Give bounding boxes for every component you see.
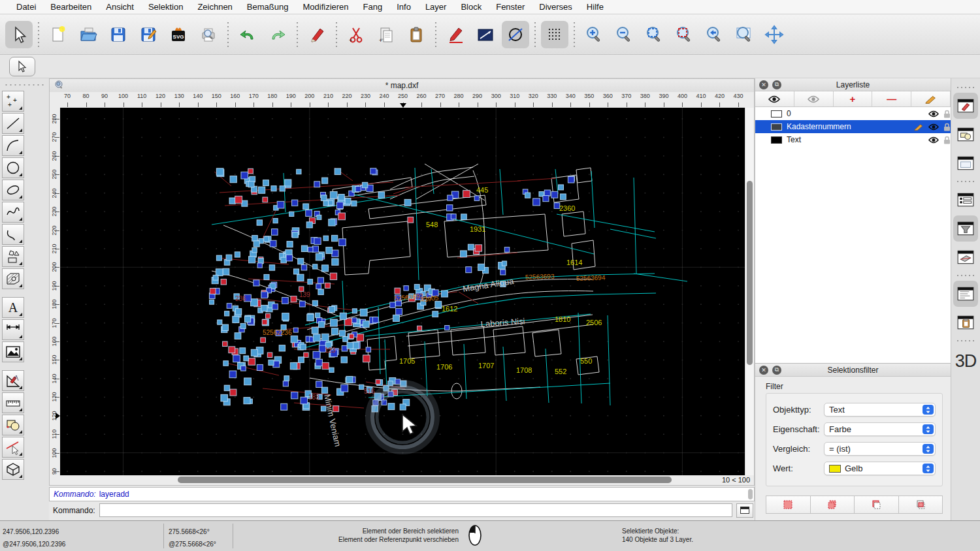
layer-visibility-icon[interactable] [928,110,939,118]
vertical-scrollbar-thumb[interactable] [747,181,753,365]
selection-tool-button[interactable] [9,57,35,76]
layer-row-text[interactable]: Text [755,133,951,146]
palette-drag-handle[interactable] [3,82,46,87]
remove-layer-button[interactable]: — [872,91,911,106]
redo-button[interactable] [264,21,291,48]
undo-button[interactable] [234,21,261,48]
layer-visibility-icon[interactable] [928,136,939,144]
edit-pencil-button[interactable] [303,21,331,48]
tool-boolean-button[interactable] [2,415,24,435]
save-as-button[interactable] [135,21,162,48]
draft-mode-button[interactable] [502,21,529,48]
menu-item-bearbeiten[interactable]: Bearbeiten [43,0,99,14]
hide-all-layers-button[interactable] [794,91,834,106]
panel-clipboard-toggle-button[interactable] [953,309,978,336]
new-file-button[interactable] [44,21,72,48]
command-options-button[interactable] [736,503,753,518]
filter-dropdown-vergleich[interactable]: = (ist) [824,442,936,456]
add-layer-button[interactable]: + [834,91,873,106]
menu-item-hilfe[interactable]: Hilfe [580,0,611,14]
tool-spline-button[interactable] [2,202,24,223]
panel-library-browser-toggle-button[interactable] [953,150,978,176]
zoom-window-button[interactable] [730,21,758,48]
pan-button[interactable] [760,21,788,48]
tool-trim-button[interactable] [2,437,24,458]
tool-modify-button[interactable] [2,370,24,391]
tool-text-button[interactable]: A [2,297,24,318]
menu-item-fenster[interactable]: Fenster [489,0,532,14]
panel-layer-list-toggle-button[interactable] [953,187,978,213]
layer-panel-close-button[interactable]: ✕ [759,80,768,89]
panel-wall-tool-toggle-button[interactable] [953,244,978,270]
line-settings-button[interactable] [472,21,499,48]
filter-dropdown-wert[interactable]: Gelb [824,462,936,475]
save-button[interactable] [105,21,132,48]
panel-selection-filter-toggle-button[interactable] [953,215,978,242]
filter-dropdown-eigenschaft[interactable]: Farbe [824,422,936,436]
zoom-out-button[interactable] [610,21,638,48]
command-input[interactable] [99,503,732,517]
menu-item-ansicht[interactable]: Ansicht [99,0,141,14]
svg-export-button[interactable]: SVG [165,21,192,48]
tool-dimension-button[interactable] [2,319,24,340]
select-remove-button[interactable] [855,496,899,513]
tool-circle-button[interactable] [2,157,24,178]
menu-item-fang[interactable]: Fang [356,0,390,14]
panel-block-list-toggle-button[interactable] [953,121,978,148]
tool-image-button[interactable] [2,341,24,362]
menu-item-zeichnen[interactable]: Zeichnen [190,0,239,14]
tool-polyline-button[interactable] [2,224,24,245]
layer-lock-icon[interactable] [943,110,951,118]
menu-item-selektion[interactable]: Selektion [141,0,190,14]
zoom-selection-button[interactable] [670,21,698,48]
layer-row-0[interactable]: 0 [755,107,951,120]
zoom-previous-button[interactable] [700,21,728,48]
show-all-layers-button[interactable] [755,91,794,106]
paste-button[interactable] [402,21,430,48]
menu-item-bemaßung[interactable]: Bemaßung [240,0,296,14]
filter-panel-close-button[interactable]: ✕ [759,366,768,375]
menu-item-block[interactable]: Block [453,0,489,14]
edit-layer-button[interactable] [911,91,951,106]
layer-visibility-icon[interactable] [928,123,939,131]
select-arrow-button[interactable] [5,21,33,48]
layer-row-kadasternummern[interactable]: Kadasternummern [755,120,951,133]
vertical-scrollbar[interactable] [745,108,754,475]
tool-shape-button[interactable] [2,246,24,267]
cut-button[interactable]: + [342,21,370,48]
panel-command-line-toggle-button[interactable] [953,281,978,307]
menu-item-layer[interactable]: Layer [418,0,454,14]
open-file-button[interactable] [74,21,102,48]
filter-dropdown-objekttyp[interactable]: Text [824,403,936,417]
zoom-in-button[interactable] [580,21,608,48]
grid-toggle-button[interactable] [541,21,568,48]
copy-button[interactable]: + [372,21,400,48]
horizontal-scrollbar[interactable]: 10 < 100 [49,475,755,486]
tool-hatch-button[interactable] [2,268,24,289]
print-preview-button[interactable] [195,21,222,48]
horizontal-scrollbar-thumb[interactable] [178,477,672,483]
menu-item-modifizieren[interactable]: Modifizieren [295,0,355,14]
layer-lock-icon[interactable] [943,136,951,144]
layer-panel-detach-button[interactable]: ⧉ [772,80,781,89]
tool-solid-button[interactable] [2,459,24,480]
menu-item-diverses[interactable]: Diverses [532,0,580,14]
drawing-canvas[interactable]: 4452360548193116141612181025061705170617… [60,108,745,475]
menu-item-datei[interactable]: Datei [9,0,43,14]
tool-line-button[interactable] [2,113,24,134]
tool-arc-button[interactable] [2,135,24,156]
tool-ellipse-button[interactable] [2,180,24,200]
select-replace-button[interactable] [766,496,811,513]
layer-edit-icon[interactable] [914,123,924,131]
tool-measure-button[interactable] [2,392,24,413]
select-add-button[interactable] [811,496,855,513]
command-history-scrollbar[interactable] [748,489,753,499]
select-intersect-button[interactable] [899,496,943,513]
menu-item-info[interactable]: Info [389,0,418,14]
tool-points-button[interactable]: +++ [2,91,24,112]
zoom-auto-button[interactable] [640,21,668,48]
panel-property-editor-toggle-button[interactable] [953,93,978,119]
draw-pencil-button[interactable] [442,21,469,48]
layer-lock-icon[interactable] [943,123,951,131]
filter-panel-detach-button[interactable]: ⧉ [772,366,781,375]
